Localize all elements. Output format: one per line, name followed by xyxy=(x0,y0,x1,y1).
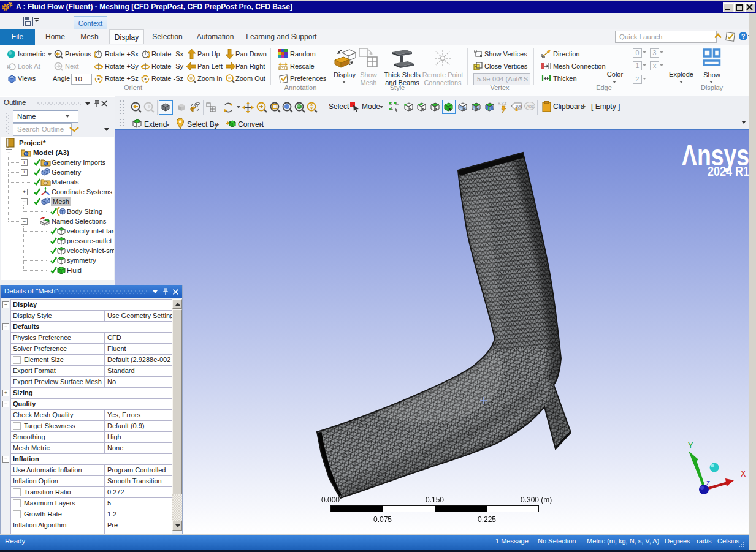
svg-text:X.Y.Z: X.Y.Z xyxy=(498,102,507,105)
svg-text:X: X xyxy=(741,469,746,479)
svg-text:Abc: Abc xyxy=(526,104,534,109)
svg-text:Y: Y xyxy=(688,441,693,451)
svg-text:2024 R1: 2024 R1 xyxy=(708,164,749,179)
svg-text:Z: Z xyxy=(706,480,710,487)
svg-text:100: 100 xyxy=(515,104,522,108)
